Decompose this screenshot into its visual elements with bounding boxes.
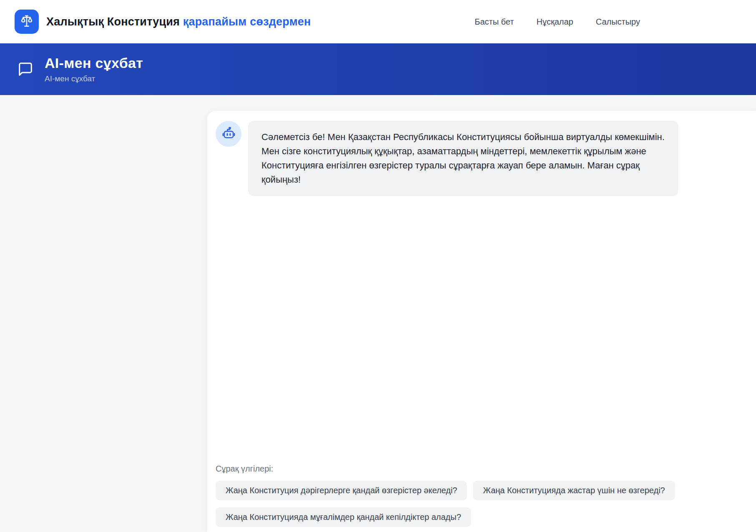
brand-title-main: Халықтық Конституция [46,15,180,28]
sample-questions-list: Жаңа Конституция дәрігерлерге қандай өзг… [216,481,744,527]
sample-questions-section: Сұрақ үлгілері: Жаңа Конституция дәрігер… [216,464,744,527]
robot-icon [221,125,236,143]
nav-item-home[interactable]: Басты бет [475,17,514,27]
sample-questions-label: Сұрақ үлгілері: [216,464,744,474]
chat-bubble-icon [18,61,33,77]
scales-of-justice-icon [19,13,34,30]
main-nav: Басты бет Нұсқалар Салыстыру [475,17,640,27]
page-title: AI-мен сұхбат [45,55,143,71]
page-subtitle: AI-мен сұхбат [45,74,143,83]
bot-message: Сәлеметсіз бе! Мен Қазақстан Республикас… [248,121,678,196]
sample-question-button[interactable]: Жаңа Конституция дәрігерлерге қандай өзг… [216,481,467,500]
bot-avatar [216,121,241,147]
sample-question-button[interactable]: Жаңа Конституцияда мұғалімдер қандай кеп… [216,507,471,527]
brand-title-accent: қарапайым сөздермен [183,15,311,28]
page-banner: AI-мен сұхбат AI-мен сұхбат [0,43,756,95]
nav-item-compare[interactable]: Салыстыру [596,17,640,27]
app-logo [15,10,39,34]
brand-home-link[interactable]: Халықтық Конституция қарапайым сөздермен [15,10,311,34]
app-header: Халықтық Конституция қарапайым сөздермен… [0,0,756,43]
brand-title: Халықтық Конституция қарапайым сөздермен [46,15,311,28]
sample-question-button[interactable]: Жаңа Конституцияда жастар үшін не өзгере… [473,481,675,500]
main-area: Сәлеметсіз бе! Мен Қазақстан Республикас… [0,111,756,532]
nav-item-versions[interactable]: Нұсқалар [536,17,573,27]
banner-text: AI-мен сұхбат AI-мен сұхбат [45,55,143,83]
bot-message-row: Сәлеметсіз бе! Мен Қазақстан Республикас… [216,121,744,196]
chat-panel: Сәлеметсіз бе! Мен Қазақстан Республикас… [207,111,756,532]
